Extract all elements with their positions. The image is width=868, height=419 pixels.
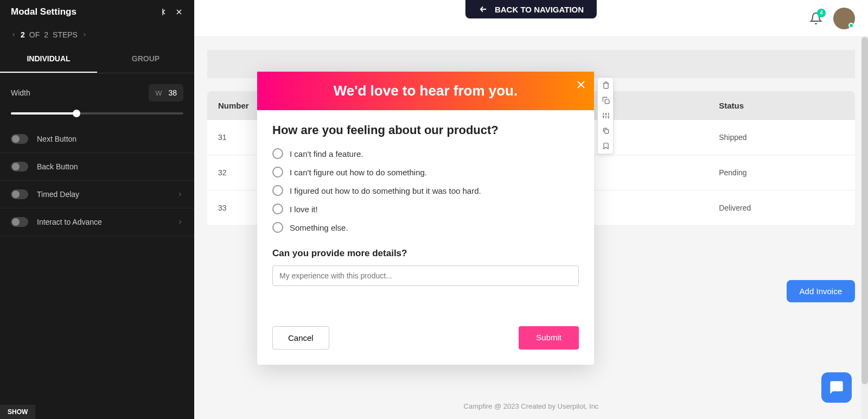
sliders-icon [602,112,610,119]
setting-label: Next Button [37,135,76,143]
step-of: OF [29,30,40,39]
notification-bell[interactable]: 4 [809,12,822,25]
tab-group[interactable]: GROUP [97,46,194,73]
modal-actions: Cancel Submit [257,326,594,365]
setting-next-button: Next Button [0,125,194,153]
width-value-box[interactable]: W 38 [149,84,183,101]
step-label: STEPS [53,30,78,39]
width-slider[interactable] [11,112,183,115]
modal-banner: We'd love to hear from you. [257,72,594,110]
settings-sidebar: Modal Settings 2 OF 2 STEPS INDIVIDUAL G… [0,0,194,419]
scrollbar[interactable] [861,37,868,419]
radio-label: I can't find a feature. [290,149,363,158]
radio-option[interactable]: I figured out how to do something but it… [272,185,579,196]
toggle-interact-advance[interactable] [11,217,28,227]
trash-icon [602,81,610,89]
width-control: Width W 38 [0,73,194,112]
cell-status: Delivered [719,204,844,212]
setting-back-button: Back Button [0,153,194,181]
toggle-timed-delay[interactable] [11,189,28,199]
col-header-status: Status [719,101,844,110]
setting-timed-delay[interactable]: Timed Delay [0,181,194,208]
cell-status: Pending [719,168,844,177]
duplicate-tool[interactable] [598,123,614,138]
step-navigation: 2 OF 2 STEPS [0,24,194,46]
radio-input[interactable] [272,167,283,177]
top-bar: BACK TO NAVIGATION 4 [194,0,868,37]
layers-icon [602,127,610,135]
step-current: 2 [21,30,25,39]
radio-label: I can't figure out how to do something. [290,168,427,177]
back-to-navigation-button[interactable]: BACK TO NAVIGATION [465,0,597,18]
user-avatar[interactable] [833,8,855,29]
svg-rect-0 [605,99,609,104]
chat-widget[interactable] [821,372,852,403]
width-value: 38 [168,88,177,97]
setting-interact-advance[interactable]: Interact to Advance [0,208,194,236]
setting-label: Back Button [37,162,78,171]
cancel-button[interactable]: Cancel [272,326,329,350]
modal-banner-text: We'd love to hear from you. [334,82,518,99]
close-icon[interactable] [175,8,183,16]
notification-area: 4 [809,8,855,29]
status-indicator [848,23,854,28]
width-slider-wrap [0,112,194,125]
width-label: Width [11,88,30,97]
radio-input[interactable] [272,222,283,233]
setting-label: Interact to Advance [37,218,102,226]
cell-status: Shipped [719,133,844,142]
back-nav-label: BACK TO NAVIGATION [495,5,584,14]
show-button[interactable]: SHOW [0,405,35,419]
scrollbar-thumb[interactable] [861,37,868,384]
bookmark-icon [602,142,610,150]
width-unit: W [155,89,162,97]
submit-button[interactable]: Submit [519,326,579,350]
modal-question-1: How are you feeling about our product? [272,123,579,137]
delete-tool[interactable] [598,78,614,93]
radio-option[interactable]: I can't find a feature. [272,148,579,159]
toggle-next-button[interactable] [11,134,28,144]
arrow-left-icon [478,4,488,14]
slider-thumb[interactable] [73,110,80,117]
modal-question-2: Can you provide more details? [272,248,579,259]
footer-text: Campfire @ 2023 Created by Userpilot, In… [464,402,599,410]
add-invoice-button[interactable]: Add Invoice [787,280,855,302]
settings-tool[interactable] [598,108,614,123]
setting-label: Timed Delay [37,190,79,199]
modal-close-button[interactable] [575,78,588,91]
radio-option[interactable]: I can't figure out how to do something. [272,167,579,177]
chevron-right-icon [177,191,183,198]
svg-rect-1 [605,130,609,134]
slider-fill [11,112,76,115]
radio-option[interactable]: Something else. [272,222,579,233]
copy-tool[interactable] [598,93,614,108]
chevron-right-icon[interactable] [82,32,87,37]
details-input[interactable] [272,265,579,286]
sidebar-title: Modal Settings [11,7,76,17]
radio-input[interactable] [272,204,283,214]
sidebar-header: Modal Settings [0,0,194,24]
copy-icon [602,97,610,104]
radio-label: Something else. [290,223,348,232]
radio-input[interactable] [272,148,283,159]
sidebar-tabs: INDIVIDUAL GROUP [0,46,194,73]
bookmark-tool[interactable] [598,138,614,154]
survey-modal: We'd love to hear from you. How are you … [257,72,594,365]
chevron-left-icon[interactable] [11,32,16,37]
radio-input[interactable] [272,185,283,196]
tab-individual[interactable]: INDIVIDUAL [0,46,97,73]
chat-icon [829,380,844,395]
collapse-icon[interactable] [159,8,168,16]
notification-badge: 4 [817,9,826,17]
radio-label: I figured out how to do something but it… [290,186,481,195]
modal-body: How are you feeling about our product? I… [257,110,594,299]
element-toolbar [597,77,614,154]
chevron-right-icon [177,219,183,225]
step-total: 2 [44,30,48,39]
toggle-back-button[interactable] [11,162,28,172]
radio-label: I love it! [290,205,318,214]
radio-option[interactable]: I love it! [272,204,579,214]
